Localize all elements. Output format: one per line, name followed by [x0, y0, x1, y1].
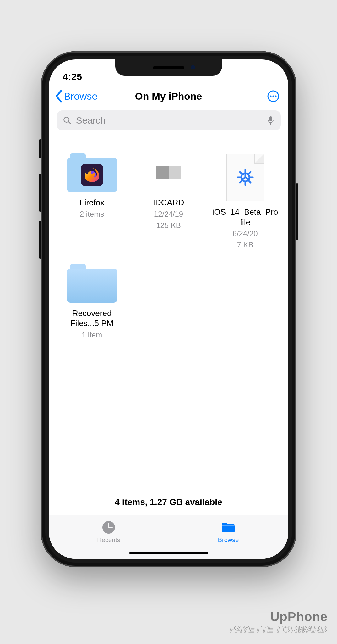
search-bar[interactable] — [57, 110, 281, 130]
file-item-idcard[interactable]: IDCARD 12/24/19 125 KB — [132, 152, 205, 250]
watermark-line2: PAYETTE FORWARD — [230, 624, 328, 635]
svg-line-17 — [240, 181, 242, 183]
svg-rect-22 — [222, 525, 235, 526]
image-thumbnail — [144, 152, 194, 193]
file-size: 125 KB — [156, 220, 181, 230]
ellipsis-circle-icon — [267, 90, 280, 103]
screen: 4:25 Browse On My iPhone — [49, 59, 288, 559]
folder-icon — [67, 263, 117, 304]
file-meta: 1 item — [82, 330, 102, 340]
file-item-firefox[interactable]: Firefox 2 items — [55, 152, 129, 250]
mic-icon[interactable] — [267, 116, 274, 125]
page-title: On My iPhone — [135, 91, 202, 102]
watermark-line1: UpPhone — [230, 610, 328, 624]
storage-summary: 4 items, 1.27 GB available — [49, 491, 288, 515]
clock-icon — [101, 520, 116, 535]
svg-point-3 — [275, 96, 276, 97]
svg-line-20 — [242, 177, 245, 179]
back-button[interactable]: Browse — [55, 90, 98, 103]
folder-icon — [67, 152, 117, 193]
chevron-left-icon — [55, 90, 63, 103]
search-container — [49, 108, 288, 136]
notch — [115, 59, 222, 76]
config-file-icon — [220, 152, 270, 203]
search-icon — [63, 116, 72, 125]
folder-icon — [221, 520, 236, 535]
volume-up-button — [39, 174, 41, 212]
svg-rect-6 — [269, 116, 272, 121]
svg-line-14 — [240, 172, 242, 174]
file-name: iOS_14_Beta_Profile — [212, 207, 278, 227]
phone-frame: 4:25 Browse On My iPhone — [41, 51, 296, 567]
file-meta: 2 items — [80, 209, 104, 219]
tab-label: Browse — [218, 536, 239, 544]
file-grid-container[interactable]: Firefox 2 items IDCARD 12/24/19 125 KB — [49, 136, 288, 491]
power-button — [296, 183, 298, 240]
file-item-recovered[interactable]: Recovered Files...5 PM 1 item — [55, 263, 129, 340]
firefox-app-icon — [81, 164, 103, 186]
file-name: IDCARD — [153, 197, 184, 208]
file-date: 6/24/20 — [232, 229, 258, 239]
file-grid: Firefox 2 items IDCARD 12/24/19 125 KB — [55, 152, 282, 340]
file-name: Recovered Files...5 PM — [59, 308, 125, 329]
back-label: Browse — [64, 91, 98, 102]
file-item-profile[interactable]: iOS_14_Beta_Profile 6/24/20 7 KB — [209, 152, 282, 250]
home-indicator[interactable] — [129, 552, 208, 554]
file-size: 7 KB — [237, 240, 253, 250]
file-date: 12/24/19 — [154, 209, 183, 219]
file-name: Firefox — [79, 197, 104, 208]
svg-point-2 — [272, 96, 274, 97]
gear-icon — [236, 168, 255, 187]
status-time: 4:25 — [63, 71, 82, 82]
nav-bar: Browse On My iPhone — [49, 84, 288, 108]
search-input[interactable] — [76, 115, 263, 126]
svg-point-1 — [270, 96, 271, 97]
volume-down-button — [39, 221, 41, 259]
watermark: UpPhone PAYETTE FORWARD — [230, 610, 328, 635]
mute-switch — [39, 139, 41, 158]
svg-line-15 — [249, 181, 251, 183]
more-button[interactable] — [267, 90, 280, 103]
tab-label: Recents — [97, 536, 120, 544]
svg-line-16 — [249, 172, 251, 174]
svg-line-5 — [68, 122, 70, 124]
